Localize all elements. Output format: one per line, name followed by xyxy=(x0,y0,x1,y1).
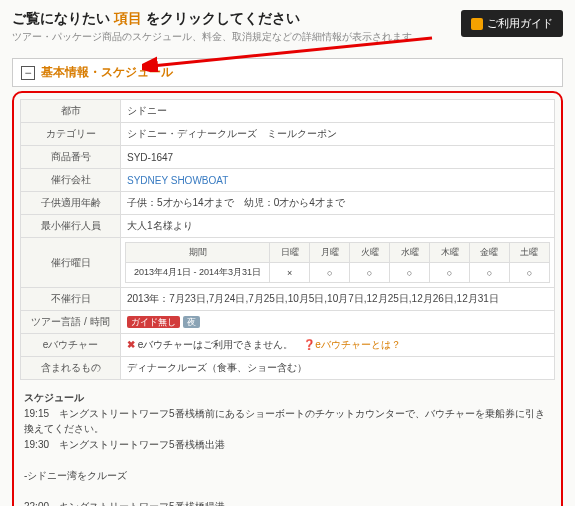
value-no-op: 2013年：7月23日,7月24日,7月25日,10月5日,10月7日,12月2… xyxy=(121,288,555,311)
value-language: ガイド無し 夜 xyxy=(121,311,555,334)
wed-value: ○ xyxy=(390,263,430,283)
highlight-frame: 都市シドニー カテゴリーシドニー・ディナークルーズ ミールクーポン 商品番号SY… xyxy=(12,91,563,506)
x-icon: ✖ xyxy=(127,339,135,350)
value-child-age: 子供：5才から14才まで 幼児：0才から4才まで xyxy=(121,192,555,215)
title-prefix: ご覧になりたい xyxy=(12,10,114,26)
sat-header: 土曜 xyxy=(509,243,549,263)
label-evoucher: eバウチャー xyxy=(21,334,121,357)
schedule-line: 19:30 キングストリートワーフ5番桟橋出港 xyxy=(24,437,551,453)
value-min-pax: 大人1名様より xyxy=(121,215,555,238)
table-row: eバウチャー✖ eバウチャーはご利用できません。 ❓eバウチャーとは？ xyxy=(21,334,555,357)
schedule-block: スケジュール 19:15 キングストリートワーフ5番桟橋前にあるショーボートのチ… xyxy=(20,380,555,506)
table-row: 都市シドニー xyxy=(21,100,555,123)
evoucher-text: eバウチャーはご利用できません。 xyxy=(135,339,293,350)
fri-header: 金曜 xyxy=(470,243,510,263)
info-table: 都市シドニー カテゴリーシドニー・ディナークルーズ ミールクーポン 商品番号SY… xyxy=(20,99,555,380)
weekday-table: 期間 日曜 月曜 火曜 水曜 木曜 金曜 土曜 2013年4月1日 - 2014… xyxy=(125,242,550,283)
table-row: 含まれるものディナークルーズ（食事、ショー含む） xyxy=(21,357,555,380)
value-city: シドニー xyxy=(121,100,555,123)
table-row: カテゴリーシドニー・ディナークルーズ ミールクーポン xyxy=(21,123,555,146)
arrow-icon xyxy=(142,32,442,72)
label-category: カテゴリー xyxy=(21,123,121,146)
value-evoucher: ✖ eバウチャーはご利用できません。 ❓eバウチャーとは？ xyxy=(121,334,555,357)
value-included: ディナークルーズ（食事、ショー含む） xyxy=(121,357,555,380)
value-product-no: SYD-1647 xyxy=(121,146,555,169)
label-language: ツアー言語 / 時間 xyxy=(21,311,121,334)
sun-header: 日曜 xyxy=(270,243,310,263)
table-row: ツアー言語 / 時間ガイド無し 夜 xyxy=(21,311,555,334)
badge-night: 夜 xyxy=(183,316,200,328)
label-included: 含まれるもの xyxy=(21,357,121,380)
table-row: 催行会社SYDNEY SHOWBOAT xyxy=(21,169,555,192)
evoucher-help-link[interactable]: ❓eバウチャーとは？ xyxy=(303,339,401,350)
schedule-line: 19:15 キングストリートワーフ5番桟橋前にあるショーボートのチケットカウンタ… xyxy=(24,406,551,437)
label-no-op: 不催行日 xyxy=(21,288,121,311)
schedule-heading: スケジュール xyxy=(24,390,551,406)
tue-header: 火曜 xyxy=(350,243,390,263)
period-value: 2013年4月1日 - 2014年3月31日 xyxy=(126,263,270,283)
collapse-toggle-icon[interactable]: − xyxy=(21,66,35,80)
label-product-no: 商品番号 xyxy=(21,146,121,169)
schedule-gap xyxy=(24,452,551,468)
title-suffix: をクリックしてください xyxy=(142,10,300,26)
title-highlight: 項目 xyxy=(114,10,142,26)
table-row: 催行曜日 期間 日曜 月曜 火曜 水曜 木曜 金曜 土曜 2013年4月1日 -… xyxy=(21,238,555,288)
table-row: 子供適用年齢子供：5才から14才まで 幼児：0才から4才まで xyxy=(21,192,555,215)
thu-header: 木曜 xyxy=(430,243,470,263)
fri-value: ○ xyxy=(470,263,510,283)
badge-no-guide: ガイド無し xyxy=(127,316,180,328)
table-row: 不催行日2013年：7月23日,7月24日,7月25日,10月5日,10月7日,… xyxy=(21,288,555,311)
label-min-pax: 最小催行人員 xyxy=(21,215,121,238)
guide-icon xyxy=(471,18,483,30)
guide-btn-label: ご利用ガイド xyxy=(487,16,553,31)
tue-value: ○ xyxy=(350,263,390,283)
value-category: シドニー・ディナークルーズ ミールクーポン xyxy=(121,123,555,146)
label-city: 都市 xyxy=(21,100,121,123)
mon-header: 月曜 xyxy=(310,243,350,263)
schedule-line: 22:00 キングストリートワーフ5番桟橋帰港 xyxy=(24,499,551,507)
schedule-gap xyxy=(24,483,551,499)
usage-guide-button[interactable]: ご利用ガイド xyxy=(461,10,563,37)
label-operator: 催行会社 xyxy=(21,169,121,192)
table-row: 最小催行人員大人1名様より xyxy=(21,215,555,238)
schedule-line: -シドニー湾をクルーズ xyxy=(24,468,551,484)
sun-value: × xyxy=(270,263,310,283)
value-operating-days: 期間 日曜 月曜 火曜 水曜 木曜 金曜 土曜 2013年4月1日 - 2014… xyxy=(121,238,555,288)
operator-link[interactable]: SYDNEY SHOWBOAT xyxy=(127,175,228,186)
label-operating-days: 催行曜日 xyxy=(21,238,121,288)
sat-value: ○ xyxy=(509,263,549,283)
value-operator: SYDNEY SHOWBOAT xyxy=(121,169,555,192)
label-child-age: 子供適用年齢 xyxy=(21,192,121,215)
mon-value: ○ xyxy=(310,263,350,283)
thu-value: ○ xyxy=(430,263,470,283)
svg-line-0 xyxy=(152,38,432,66)
period-header: 期間 xyxy=(126,243,270,263)
page-title: ご覧になりたい 項目 をクリックしてください xyxy=(12,10,461,28)
table-row: 商品番号SYD-1647 xyxy=(21,146,555,169)
wed-header: 水曜 xyxy=(390,243,430,263)
